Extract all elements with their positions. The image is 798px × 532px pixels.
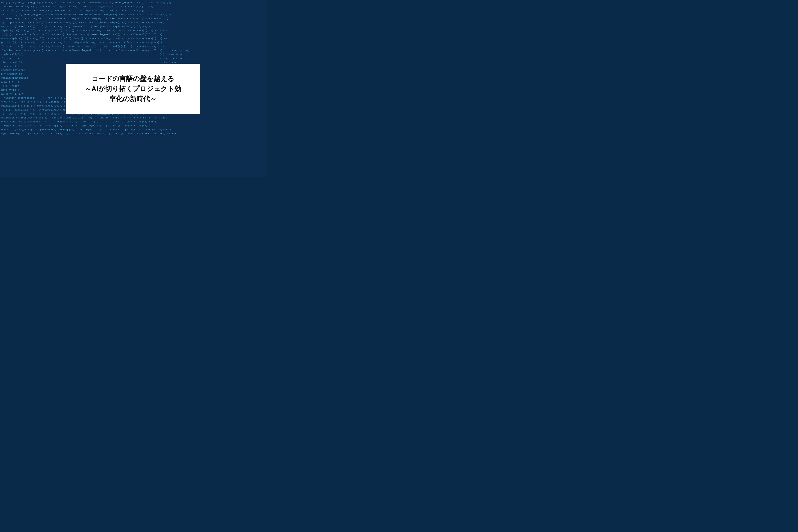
sub-title: ～AIが切り拓くプロジェクト効率化の新時代～ <box>83 84 183 104</box>
overlay-box: コードの言語の壁を越える ～AIが切り拓くプロジェクト効率化の新時代～ <box>66 64 200 114</box>
main-title: コードの言語の壁を越える <box>83 74 183 84</box>
